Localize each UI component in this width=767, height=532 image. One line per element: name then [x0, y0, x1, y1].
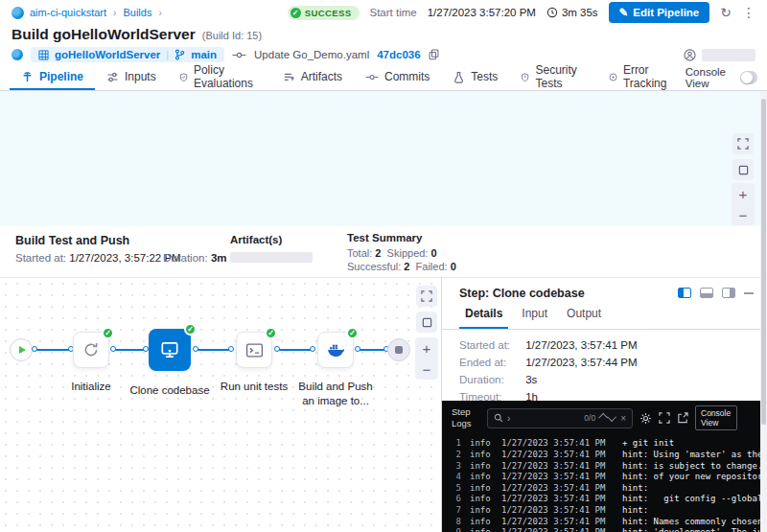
step-label[interactable]: Run unit tests — [213, 380, 295, 394]
fullscreen-icon — [737, 138, 749, 150]
log-lines[interactable]: 1info1/27/2023 3:57:41 PM+ git init 2inf… — [442, 434, 767, 532]
test-summary-heading: Test Summary — [347, 232, 422, 243]
stage-summary-title: Build Test and Push — [15, 234, 129, 247]
breadcrumb-builds[interactable]: Builds — [123, 7, 151, 18]
title-row: Build goHelloWorldServer (Build Id: 15) — [12, 26, 262, 43]
total-value: 2 — [375, 247, 381, 259]
log-line: 2info1/27/2023 3:57:41 PMhint: Using 'ma… — [450, 450, 767, 461]
inputs-icon — [106, 71, 119, 83]
play-icon — [19, 346, 26, 354]
repo-branch-pill[interactable]: goHelloWorldServer | main — [31, 47, 224, 62]
log-line: 1info1/27/2023 3:57:41 PM+ git init — [450, 438, 767, 450]
step-label[interactable]: Initialize — [53, 380, 129, 394]
zoom-in-button[interactable]: + — [732, 183, 755, 204]
username-redacted — [702, 49, 755, 61]
fullscreen-icon — [659, 412, 670, 424]
successful-label: Successful: — [347, 261, 401, 272]
fit-to-screen-button[interactable] — [732, 159, 754, 180]
zoom-out-button[interactable]: − — [732, 204, 755, 225]
tab-policy-evaluations[interactable]: Policy Evaluations — [168, 65, 271, 90]
failed-label: Failed: — [416, 261, 448, 272]
search-close-icon[interactable]: × — [620, 413, 626, 424]
tab-inputs[interactable]: Inputs — [95, 65, 168, 90]
search-next-icon[interactable] — [607, 412, 616, 422]
failed-value: 0 — [451, 261, 456, 272]
external-link-icon — [677, 412, 688, 424]
zoom-in-button[interactable]: + — [415, 337, 438, 359]
step-label[interactable]: Build and Push an image to... — [292, 380, 379, 408]
fit-to-screen-button[interactable] — [416, 312, 437, 333]
success-check-badge: ✓ — [102, 327, 114, 339]
tab-security-tests[interactable]: Security Tests — [509, 65, 596, 90]
scrollbar-thumb[interactable] — [761, 99, 766, 425]
copy-icon[interactable] — [429, 49, 439, 60]
log-line: 7info1/27/2023 3:57:41 PMhint: — [450, 505, 767, 517]
log-line: 3info1/27/2023 3:57:41 PMhint: is subjec… — [450, 461, 767, 473]
fit-icon — [738, 165, 749, 175]
more-options-button[interactable]: ⋮ — [742, 6, 755, 19]
artifacts-icon — [283, 71, 295, 83]
step-execution-canvas[interactable]: ✓ ✓ ✓ ✓ — [0, 278, 441, 532]
success-check-badge: ✓ — [346, 327, 359, 339]
log-fullscreen-button[interactable] — [659, 412, 670, 424]
zoom-controls: + − — [415, 337, 438, 380]
security-shield-icon — [521, 71, 529, 83]
log-line: 9info1/27/2023 3:57:41 PMhint: 'developm… — [450, 527, 767, 532]
terminal-icon — [245, 342, 264, 359]
tab-details[interactable]: Details — [459, 307, 508, 329]
tab-artifacts[interactable]: Artifacts — [271, 65, 354, 90]
tab-commits[interactable]: Commits — [354, 65, 441, 90]
breadcrumb-project[interactable]: aim-ci-quickstart — [30, 7, 106, 18]
git-branch-icon — [174, 49, 185, 60]
tab-output[interactable]: Output — [561, 307, 607, 329]
fullscreen-button[interactable] — [416, 286, 437, 307]
zoom-out-button[interactable]: − — [415, 359, 438, 380]
pencil-icon: ✎ — [619, 6, 629, 19]
harness-logo-icon — [12, 7, 24, 19]
skipped-value: 0 — [430, 247, 436, 259]
log-search-input[interactable]: › 0/0 × — [487, 408, 633, 428]
commit-message: Update Go_Demo.yaml — [254, 49, 369, 60]
commit-sha-link[interactable]: 47dc036 — [377, 49, 420, 60]
step-node-clone-codebase[interactable]: ✓ — [149, 329, 191, 371]
error-tracking-icon — [609, 71, 617, 83]
step-label[interactable]: Clone codebase — [126, 383, 214, 398]
build-page: aim-ci-quickstart › Builds › ✓ SUCCESS S… — [0, 0, 767, 532]
start-time-label: Start time — [370, 7, 417, 18]
elapsed-time: 3m 35s — [546, 7, 598, 18]
status-badge: ✓ SUCCESS — [288, 6, 360, 20]
layout-dock-bottom-icon[interactable] — [700, 288, 713, 298]
repository-icon — [38, 50, 49, 60]
initialize-sync-icon — [82, 341, 100, 359]
open-in-new-button[interactable] — [677, 412, 688, 424]
tab-input[interactable]: Input — [516, 307, 553, 329]
breadcrumb-separator: › — [157, 8, 162, 18]
refresh-button[interactable]: ↻ — [720, 6, 732, 19]
success-check-badge: ✓ — [184, 323, 197, 335]
breadcrumb-separator: › — [112, 8, 117, 18]
tab-error-tracking[interactable]: Error Tracking — [597, 65, 686, 90]
skipped-label: Skipped: — [387, 247, 429, 259]
layout-split-right-icon[interactable] — [678, 288, 691, 298]
tab-pipeline[interactable]: Pipeline — [10, 65, 95, 90]
repo-name[interactable]: goHelloWorldServer — [55, 49, 160, 60]
stage-pipeline-canvas[interactable]: ✓ ✓ Build Test and Push run integration … — [0, 91, 767, 226]
layout-dock-right-icon[interactable] — [722, 288, 735, 298]
log-settings-button[interactable] — [639, 412, 652, 425]
step-node-run-unit-tests[interactable]: ✓ — [236, 332, 272, 368]
console-title: Step Logs — [452, 406, 480, 429]
fullscreen-button[interactable] — [732, 133, 754, 154]
step-panel-tabs: Details Input Output — [442, 307, 767, 330]
branch-name[interactable]: main — [191, 49, 217, 60]
console-view-toggle[interactable] — [740, 71, 757, 84]
step-node-initialize[interactable]: ✓ — [73, 332, 109, 368]
edit-pipeline-button[interactable]: ✎ Edit Pipeline — [609, 2, 710, 23]
step-details-panel: Step: Clone codebase Details Input Outpu… — [441, 278, 767, 532]
tab-tests[interactable]: Tests — [441, 65, 509, 90]
steps-start-node[interactable] — [10, 338, 33, 361]
steps-end-node[interactable] — [387, 338, 410, 361]
step-node-build-and-push[interactable]: ✓ — [317, 332, 354, 368]
page-scrollbar[interactable] — [760, 91, 767, 532]
console-view-button[interactable]: Console View — [695, 405, 737, 430]
minimize-panel-icon[interactable] — [744, 292, 754, 294]
